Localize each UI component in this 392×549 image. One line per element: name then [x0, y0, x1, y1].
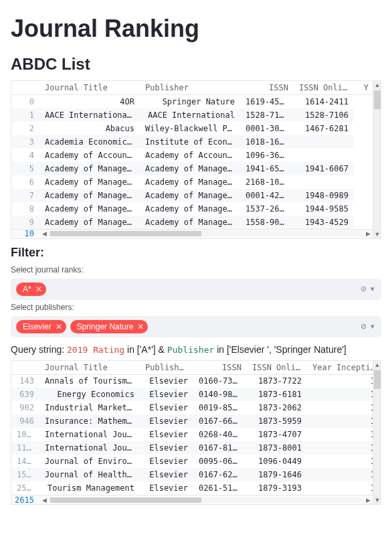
- table-row[interactable]: 3Academia Economic Pape…Institute of Eco…: [11, 135, 374, 149]
- col-header-year: Year Inception: [307, 361, 381, 375]
- filter-heading: Filter:: [11, 246, 381, 260]
- query-prefix: Query string:: [11, 344, 67, 355]
- abdc-next-index: 10: [11, 229, 39, 238]
- scroll-left-icon[interactable]: ◀: [39, 229, 49, 238]
- cell-jt: Journal of Environment…: [39, 455, 140, 468]
- cell-issn: 0001-3072: [240, 122, 294, 135]
- table-row[interactable]: 6Academy of Management …Academy of Manag…: [11, 175, 374, 189]
- abdc-table-container: Journal Title Publisher ISSN ISSN Online…: [11, 80, 381, 239]
- table-row[interactable]: 1082International Journal …Elsevier0268-…: [11, 428, 381, 441]
- scroll-down-icon[interactable]: ▼: [373, 230, 381, 238]
- chevron-down-icon[interactable]: ▾: [371, 322, 375, 331]
- publisher-tag[interactable]: Elsevier ✕: [16, 320, 66, 333]
- cell-idx: 902: [11, 401, 39, 414]
- publisher-multiselect[interactable]: Elsevier ✕ Springer Nature ✕ ⊘ ▾: [11, 316, 381, 337]
- rank-tag[interactable]: A* ✕: [16, 283, 46, 296]
- abdc-hscroll[interactable]: 10 ◀ ▶: [11, 229, 373, 238]
- cell-issno: 1096-0449: [247, 455, 307, 468]
- cell-yr: 1: [307, 468, 381, 481]
- cell-issno: 1873-4707: [247, 428, 307, 441]
- page-title: Journal Ranking: [11, 15, 381, 43]
- cell-issno: 1873-8001: [247, 441, 307, 455]
- table-row[interactable]: 902Industrial Marketing M…Elsevier0019-8…: [11, 401, 381, 414]
- cell-jt: Academy of Management …: [39, 202, 140, 216]
- rank-multiselect[interactable]: A* ✕ ⊘ ▾: [11, 279, 381, 300]
- scroll-up-icon[interactable]: ▲: [373, 361, 381, 369]
- cell-idx: 1517: [11, 468, 39, 481]
- cell-yr: 1: [307, 481, 381, 495]
- cell-idx: 1133: [11, 441, 39, 455]
- cell-jt: Academy of Management …: [39, 189, 140, 202]
- cell-issno: 1879-1646: [247, 468, 307, 481]
- cell-issn: 0160-7383: [193, 374, 247, 388]
- cell-pub: Elsevier: [140, 374, 193, 388]
- table-row[interactable]: 143Annals of Tourism Rese…Elsevier0160-7…: [11, 374, 381, 388]
- cell-issn: 0167-6296: [193, 468, 247, 481]
- table-row[interactable]: 8Academy of Management …Academy of Manag…: [11, 202, 374, 216]
- cell-issn: 1619-4500: [240, 95, 294, 108]
- scroll-down-icon[interactable]: ▼: [373, 496, 381, 504]
- query-seg-2: in ['Elsevier ', 'Springer Nature']: [217, 344, 347, 355]
- table-row[interactable]: 946Insurance: Mathematics…Elsevier0167-6…: [11, 414, 381, 428]
- table-row[interactable]: 04ORSpringer Nature1619-45001614-2411: [11, 95, 374, 108]
- scroll-left-icon[interactable]: ◀: [39, 495, 49, 505]
- cell-issn: 2168-1007: [240, 175, 294, 189]
- cell-jt: Insurance: Mathematics…: [39, 414, 140, 428]
- cell-idx: 1082: [11, 428, 39, 441]
- table-row[interactable]: 2AbacusWiley-Blackwell Publis…0001-30721…: [11, 122, 374, 135]
- abdc-vscroll[interactable]: ▲ ▼: [373, 81, 381, 238]
- cell-jt: International Journal …: [39, 428, 140, 441]
- rank-tag-label: A*: [23, 285, 31, 294]
- clear-all-icon[interactable]: ⊘: [361, 285, 367, 293]
- cell-pub: Academy of Management: [140, 175, 240, 189]
- cell-jt: AACE International Tra…: [39, 108, 140, 122]
- scroll-right-icon[interactable]: ▶: [363, 229, 373, 238]
- table-row[interactable]: 7Academy of Management …Academy of Manag…: [11, 189, 374, 202]
- publisher-select-label: Select publishers:: [11, 303, 381, 312]
- query-seg-1: in ['A*'] &: [127, 344, 167, 355]
- cell-jt: Academy of Management …: [39, 162, 140, 175]
- table-row[interactable]: 9Academy of Management …Academy of Manag…: [11, 216, 374, 229]
- table-row[interactable]: 4Academy of Accounting …Academy of Accou…: [11, 149, 374, 162]
- cell-jt: Journal of Health Econ…: [39, 468, 140, 481]
- cell-jt: Industrial Marketing M…: [39, 401, 140, 414]
- remove-tag-icon[interactable]: ✕: [137, 322, 144, 331]
- table-row[interactable]: 5Academy of Management …Academy of Manag…: [11, 162, 374, 175]
- cell-idx: 1453: [11, 455, 39, 468]
- cell-issno: 1873-2062: [247, 401, 307, 414]
- table-row[interactable]: 1AACE International Tra…AACE Internation…: [11, 108, 374, 122]
- scroll-right-icon[interactable]: ▶: [363, 495, 373, 505]
- table-row[interactable]: 1517Journal of Health Econ…Elsevier0167-…: [11, 468, 381, 481]
- cell-jt: Academy of Management …: [39, 175, 140, 189]
- rank-select-label: Select journal ranks:: [11, 265, 381, 274]
- col-header-journal-title: Journal Title: [39, 361, 140, 375]
- cell-pub: Elsevier: [140, 414, 193, 428]
- remove-tag-icon[interactable]: ✕: [35, 285, 42, 294]
- cell-yr: 1: [307, 414, 381, 428]
- clear-all-icon[interactable]: ⊘: [361, 322, 367, 331]
- query-string: Query string: 2019 Rating in ['A*'] & Pu…: [11, 344, 381, 355]
- abdc-table: Journal Title Publisher ISSN ISSN Online…: [11, 81, 374, 229]
- remove-tag-icon[interactable]: ✕: [56, 322, 62, 331]
- table-row[interactable]: 1453Journal of Environment…Elsevier0095-…: [11, 455, 381, 468]
- cell-issno: [294, 135, 354, 149]
- cell-yr: 1: [307, 374, 381, 388]
- chevron-down-icon[interactable]: ▾: [371, 285, 375, 293]
- table-row[interactable]: 639Energy EconomicsElsevier0140-98831873…: [11, 388, 381, 401]
- filtered-hscroll[interactable]: 2615 ◀ ▶: [11, 495, 373, 504]
- table-row[interactable]: 2590Tourism ManagementElsevier0261-51771…: [11, 481, 381, 495]
- filtered-vscroll[interactable]: ▲ ▼: [373, 361, 381, 505]
- publisher-tag[interactable]: Springer Nature ✕: [70, 320, 149, 333]
- scroll-up-icon[interactable]: ▲: [373, 81, 381, 89]
- cell-jt: International Journal …: [39, 441, 140, 455]
- table-row[interactable]: 1133International Journal …Elsevier0167-…: [11, 441, 381, 455]
- cell-issn: 0019-8501: [193, 401, 247, 414]
- cell-issn: 0167-6687: [193, 414, 247, 428]
- cell-idx: 8: [11, 202, 39, 216]
- cell-pub: Elsevier: [140, 455, 193, 468]
- cell-jt: Academy of Accounting …: [39, 149, 140, 162]
- cell-pub: Elsevier: [140, 401, 193, 414]
- cell-pub: Elsevier: [140, 441, 193, 455]
- col-header-publisher: Publisher: [140, 361, 193, 375]
- col-header-issn-online: ISSN Online: [294, 81, 354, 95]
